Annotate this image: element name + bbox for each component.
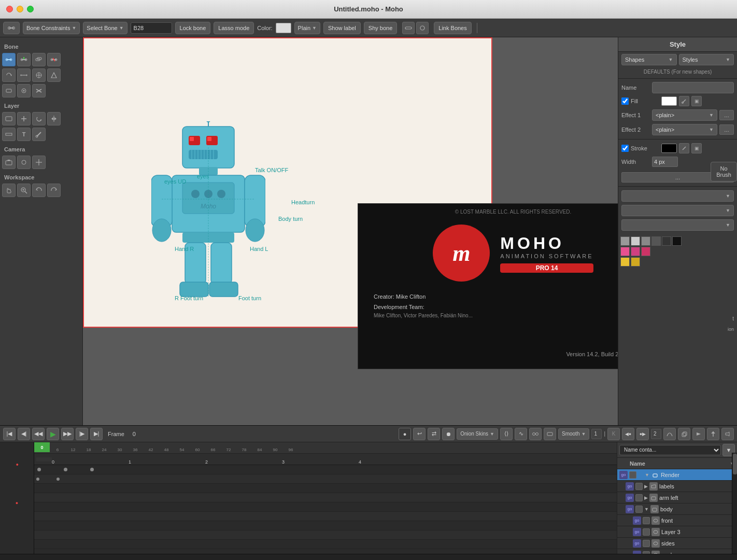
layer-front[interactable]: go front [617, 515, 737, 526]
tool-add-bone[interactable] [17, 53, 31, 66]
tool-rotate[interactable] [32, 112, 46, 125]
tool-ik2[interactable] [17, 84, 31, 97]
shapes-dropdown[interactable]: Shapes ▼ [621, 54, 677, 65]
effect2-more-btn[interactable]: … [719, 124, 734, 135]
tool-text[interactable]: T [17, 128, 31, 141]
layer-anim-btn[interactable] [544, 428, 556, 440]
audio-btn[interactable] [721, 428, 734, 440]
palette-gray1[interactable] [620, 236, 630, 246]
link-bones-button[interactable]: Link Bones [434, 22, 471, 34]
lock-bone-button[interactable]: Lock bone [175, 22, 211, 34]
tool-hand[interactable] [2, 184, 16, 197]
layer-vis-btn[interactable] [643, 528, 650, 536]
shy-bone-button[interactable]: Shy bone [364, 22, 397, 34]
loop-btn[interactable]: ↩ [413, 428, 426, 440]
keys-btn[interactable]: ⟨⟩ [500, 428, 513, 440]
tool-scale-bone[interactable] [17, 68, 31, 82]
tool-delete-bone[interactable] [47, 53, 61, 66]
curve-btn[interactable]: ∿ [515, 428, 527, 440]
fill-eyedropper-icon[interactable] [679, 96, 689, 106]
option-dropdown2[interactable]: ▼ [621, 205, 734, 216]
fill-option-icon[interactable]: ▣ [691, 96, 702, 106]
effect1-dropdown[interactable]: <plain> ▼ [652, 109, 717, 121]
stroke-checkbox[interactable] [621, 145, 629, 152]
maximize-button[interactable] [27, 6, 34, 12]
layer-go-btn[interactable]: go [633, 528, 641, 536]
tool-weight[interactable] [47, 68, 61, 82]
layer-vis-btn[interactable] [635, 506, 643, 513]
prev-frame-btn[interactable]: ◀◀ [32, 428, 45, 440]
layer-body[interactable]: go ▼ body [617, 503, 737, 515]
tool-remap[interactable] [32, 84, 46, 97]
rec-btn[interactable]: ● [399, 428, 411, 440]
canvas-area[interactable]: Moho Talk ON/OFF eye [83, 37, 618, 425]
palette-gray4[interactable] [651, 236, 661, 246]
smooth-dropdown[interactable]: Smooth ▼ [558, 428, 589, 440]
palette-gray2[interactable] [631, 236, 640, 246]
tool-layer2[interactable] [2, 128, 16, 141]
lasso-mode-button[interactable]: Lasso mode [214, 22, 254, 34]
about-dialog[interactable]: © LOST MARBLE LLC. ALL RIGHTS RESERVED. … [358, 203, 618, 369]
next-key-btn[interactable]: |▶ [76, 428, 88, 440]
effect2-dropdown[interactable]: <plain> ▼ [652, 124, 717, 135]
layer-go-btn[interactable]: go [633, 539, 641, 548]
bone-icon-btn[interactable] [3, 22, 20, 34]
stroke-eyedropper-icon[interactable] [679, 143, 689, 153]
bone-constraints-dropdown[interactable]: Bone Constraints ▼ [23, 22, 80, 34]
play-end-btn[interactable]: ▶| [90, 428, 103, 440]
prev-keyframe-btn[interactable]: ◀● [622, 428, 634, 440]
play-start-btn[interactable]: |◀ [3, 428, 16, 440]
layer-go-btn[interactable]: go [619, 471, 628, 479]
color-picker[interactable] [276, 23, 291, 33]
layer-expand-labels[interactable]: ▶ [644, 484, 648, 489]
layer-expand-arm[interactable]: ▶ [644, 495, 648, 500]
layer-render[interactable]: go ▼ Render [617, 469, 737, 481]
layers-scrollbar-h[interactable] [0, 554, 737, 560]
width-input[interactable] [652, 157, 678, 167]
palette-pink1[interactable] [620, 247, 630, 256]
palette-gray6[interactable] [672, 236, 682, 246]
record-btn2[interactable]: ⏺ [442, 428, 455, 440]
tool-zoom[interactable] [17, 184, 31, 197]
stroke-color-swatch[interactable] [661, 144, 677, 153]
layer-sides[interactable]: go sides [617, 538, 737, 549]
layer-go-btn[interactable]: go [626, 494, 634, 502]
palette-yellow2[interactable] [631, 257, 640, 267]
layer-vis-btn[interactable] [635, 494, 643, 501]
interpolation-btn[interactable] [663, 428, 676, 440]
styles-dropdown[interactable]: Styles ▼ [679, 54, 734, 65]
layer-layer3[interactable]: go Layer 3 [617, 526, 737, 538]
palette-yellow1[interactable] [620, 257, 630, 267]
layer-expand-body[interactable]: ▼ [644, 507, 649, 512]
layers-scrollbar[interactable] [732, 453, 737, 554]
copy-keys-btn[interactable] [678, 428, 690, 440]
tool-duplicate-bone[interactable] [32, 53, 46, 66]
select-bone-dropdown[interactable]: Select Bone ▼ [83, 22, 127, 34]
stroke-option-icon[interactable]: ▣ [691, 143, 702, 153]
layer-go-btn[interactable]: go [633, 516, 641, 525]
name-input[interactable] [652, 82, 734, 93]
tool-camera1[interactable] [2, 156, 16, 169]
prev-key-btn[interactable]: ◀| [18, 428, 30, 440]
minimize-button[interactable] [17, 6, 23, 12]
layer-vis-btn[interactable] [629, 471, 636, 479]
layer-go-btn[interactable]: go [626, 482, 634, 491]
tool-add-layer[interactable] [17, 112, 31, 125]
palette-pink3[interactable] [641, 247, 650, 256]
snap-btn[interactable] [707, 428, 719, 440]
option-dropdown3[interactable]: ▼ [621, 219, 734, 231]
tool-rotate-bone[interactable] [2, 68, 16, 82]
bone-tool-icon2[interactable] [416, 22, 429, 34]
paste-keys-btn[interactable] [692, 428, 705, 440]
layer-arm-left[interactable]: go ▶ arm left [617, 492, 737, 503]
layer-vis-btn[interactable] [643, 540, 650, 547]
bone-tool-icon1[interactable] [402, 22, 415, 34]
palette-gray5[interactable] [662, 236, 671, 246]
fill-checkbox[interactable] [621, 97, 629, 105]
layer-vis-btn[interactable] [643, 517, 650, 524]
effect1-more-btn[interactable]: … [719, 110, 734, 120]
plain-dropdown[interactable]: Plain ▼ [294, 22, 320, 34]
onion-skins-dropdown[interactable]: Onion Skins ▼ [457, 428, 498, 440]
tool-layer-view[interactable] [2, 112, 16, 125]
show-label-button[interactable]: Show label [323, 22, 361, 34]
